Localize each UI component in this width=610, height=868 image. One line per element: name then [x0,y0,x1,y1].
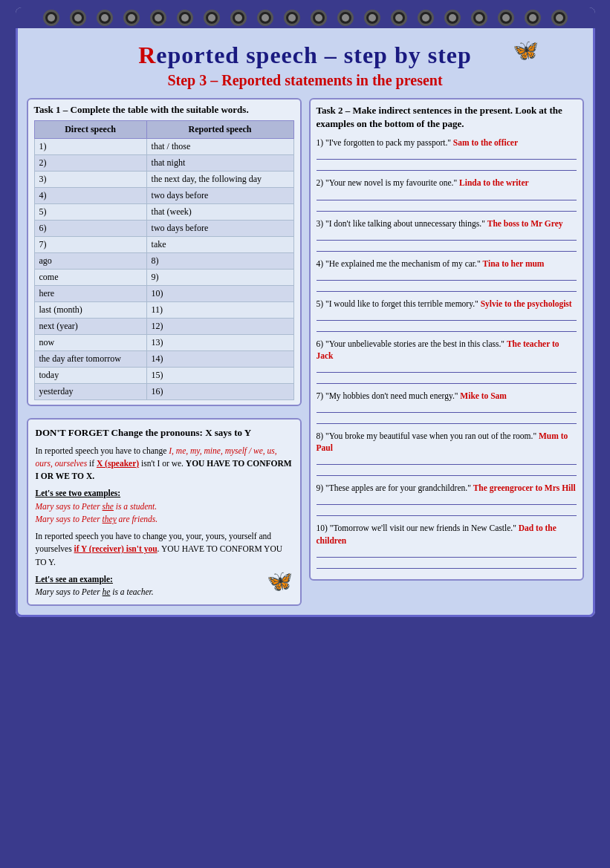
answer-line-1 [317,456,577,465]
reported-speech-cell: 9) [146,270,293,286]
sentence-item: 7) "My hobbies don't need much energy." … [317,390,577,424]
pronoun-note1: In reported speech you have to change I,… [36,445,293,483]
sentence-item: 1) "I've forgotten to pack my passport."… [317,137,577,171]
direct-speech-cell: last (month) [34,302,146,319]
pronoun-note2: In reported speech you have to change yo… [36,530,293,569]
page-inner: Reported speech – step by step 🦋 Step 3 … [16,28,595,617]
spiral-8 [230,10,247,26]
spiral-15 [418,10,434,26]
direct-speech-cell: ago [34,253,146,270]
lets-see-1: Let's see two examples: Mary says to Pet… [36,487,293,526]
sentence-item: 2) "Your new novel is my favourite one."… [317,177,577,211]
reported-speech-cell: 15) [146,368,293,384]
spiral-3 [97,10,113,26]
sentence-speaker: Sam to the officer [453,138,518,147]
answer-line-2 [317,283,577,292]
page-title: Reported speech – step by step 🦋 [27,42,584,69]
lets-see-label2: Let's see an example: [36,575,113,584]
sentence-text: 3) "I don't like talking about unnecessa… [317,218,577,229]
spiral-17 [471,10,487,26]
sentence-text: 6) "Your unbelievable stories are the be… [317,338,577,362]
reported-speech-cell: 11) [146,302,293,319]
reported-speech-cell: that (week) [146,204,293,221]
table-row: ago8) [34,253,293,270]
title-r: R [138,42,156,68]
table-row: the day after tomorrow14) [34,351,293,368]
right-column: Task 2 – Make indirect sentences in the … [309,98,584,606]
left-column: Task 1 – Complete the table with the sui… [27,98,302,606]
task1-title: Task 1 – Complete the table with the sui… [34,104,294,116]
sentence-number: 7) "My hobbies don't need much energy." [317,391,461,400]
direct-speech-cell: 3) [34,172,146,188]
table-row: 4)two days before [34,188,293,204]
task1-table: Direct speech Reported speech 1)that / t… [34,120,294,400]
spiral-7 [204,10,220,26]
title-section: Reported speech – step by step 🦋 Step 3 … [27,34,584,92]
spiral-2 [70,10,86,26]
butterfly-icon: 🦋 [513,38,539,62]
reported-speech-cell: 13) [146,335,293,351]
answer-line-1 [317,549,577,558]
sentence-text: 2) "Your new novel is my favourite one."… [317,177,577,189]
col2-header: Reported speech [146,121,293,139]
table-row: 7)take [34,237,293,253]
spiral-9 [257,10,273,26]
spiral-10 [284,10,300,26]
decoration-butterfly-icon: 🦋 [267,566,293,597]
sentence-number: 8) "You broke my beautiful vase when you… [317,431,539,440]
spiral-11 [311,10,327,26]
answer-line-1 [317,272,577,281]
sentence-number: 2) "Your new novel is my favourite one." [317,178,460,187]
spiral-5 [150,10,166,26]
table-row: 3)the next day, the following day [34,172,293,188]
reported-speech-cell: two days before [146,188,293,204]
spiral-20 [551,10,568,26]
direct-speech-cell: the day after tomorrow [34,351,146,368]
sentence-speaker: Linda to the writer [459,178,529,187]
answer-line-2 [317,507,577,516]
spiral-4 [123,10,140,26]
sentence-speaker: Mike to Sam [460,391,507,400]
answer-line-1 [317,364,577,373]
sentence-number: 9) "These apples are for your grandchild… [317,483,473,492]
reported-speech-cell: 10) [146,286,293,302]
sentence-text: 9) "These apples are for your grandchild… [317,482,577,494]
sentence-text: 10) "Tomorrow we'll visit our new friend… [317,522,577,546]
sentence-number: 3) "I don't like talking about unnecessa… [317,219,487,228]
spiral-13 [364,10,380,26]
direct-speech-cell: next (year) [34,319,146,335]
page: Reported speech – step by step 🦋 Step 3 … [16,7,595,617]
y-receiver: if Y (receiver) isn't you [74,544,158,553]
spiral-14 [391,10,407,26]
direct-speech-cell: 6) [34,221,146,237]
sentence-number: 10) "Tomorrow we'll visit our new friend… [317,523,519,532]
sentence-speaker: Tina to her mum [482,259,544,268]
isnt-text: isn't I or we. [139,459,186,468]
reported-speech-cell: 14) [146,351,293,368]
lets-see-2: Let's see an example: Mary says to Peter… [36,573,293,599]
direct-speech-cell: 1) [34,139,146,155]
task1-table-container: Direct speech Reported speech 1)that / t… [34,120,294,400]
spiral-16 [444,10,461,26]
spiral-12 [337,10,354,26]
table-row: today15) [34,368,293,384]
sentence-speaker: The greengrocer to Mrs Hill [473,483,576,492]
direct-speech-cell: 4) [34,188,146,204]
reported-speech-cell: that / those [146,139,293,155]
sentence-number: 6) "Your unbelievable stories are the be… [317,339,507,348]
example2: Mary says to Peter they are friends. [36,515,158,523]
example1: Mary says to Peter she is a student. [36,502,158,511]
sentence-text: 7) "My hobbies don't need much energy." … [317,390,577,402]
sentence-number: 1) "I've forgotten to pack my passport." [317,138,453,147]
spiral-top [16,7,595,28]
sentence-number: 5) "I would like to forget this terrible… [317,299,481,308]
answer-line-1 [317,496,577,505]
sentence-item: 5) "I would like to forget this terrible… [317,298,577,332]
task1-box: Task 1 – Complete the table with the sui… [27,98,302,406]
table-row: now13) [34,335,293,351]
x-speaker: X (speaker) [97,459,139,468]
sentence-text: 1) "I've forgotten to pack my passport."… [317,137,577,149]
spiral-6 [177,10,193,26]
col1-header: Direct speech [34,121,146,139]
answer-line-2 [317,203,577,212]
